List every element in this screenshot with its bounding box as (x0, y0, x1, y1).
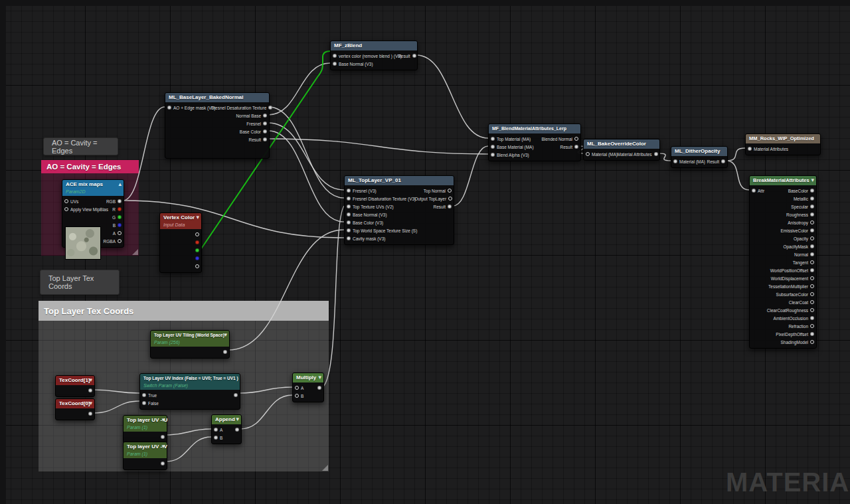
node-header[interactable]: ML_BaseLayer_BakedNormal (165, 93, 269, 102)
node-header[interactable]: Top layer UV - UParam (1)▾ (124, 416, 167, 432)
collapse-caret-icon[interactable]: ▾ (236, 416, 239, 423)
node-ace-mix-maps[interactable]: ACE mix mapsParam2D▴UVsRGBApply View Mip… (62, 179, 124, 248)
pin-in-attr[interactable] (752, 189, 756, 193)
collapse-caret-icon[interactable]: ▾ (161, 416, 165, 424)
pin-in-cavity-mask-v3[interactable] (347, 236, 351, 240)
pin-in-base-material-ma[interactable] (491, 145, 495, 149)
pin-in-ao-edge-mask-v3[interactable] (167, 106, 171, 110)
pin-out[interactable] (161, 462, 165, 465)
node-multiply[interactable]: Multiply▾AB (292, 373, 324, 402)
pin-out[interactable] (223, 350, 227, 354)
pin-out-top-normal[interactable] (448, 189, 452, 193)
pin-out-result[interactable] (448, 205, 452, 209)
pin-out-result[interactable] (574, 145, 578, 149)
pin-out[interactable] (195, 256, 199, 260)
pin-in-uvs[interactable] (64, 199, 68, 203)
pin-in-top-world-space-texture-size-s[interactable] (347, 228, 351, 232)
pin-out-material-attributes[interactable] (654, 152, 658, 156)
pin-in-false[interactable] (142, 401, 146, 405)
node-header[interactable]: ML_BakeOverrideColor (584, 139, 659, 149)
node-vertex-color[interactable]: Vertex ColorInput Data▾ (159, 212, 202, 273)
pin-in-material-attributes[interactable] (748, 147, 752, 151)
pin-out-shadingmodel[interactable] (810, 340, 814, 344)
pin-out[interactable] (195, 248, 199, 252)
node-append[interactable]: Append▾AB (211, 414, 242, 444)
pin-out-metallic[interactable] (810, 197, 814, 201)
collapse-caret-icon[interactable]: ▾ (161, 443, 165, 450)
pin-out[interactable] (234, 393, 238, 397)
pin-in-fresnel-disaturation-texture-v3[interactable] (347, 197, 351, 201)
collapse-caret-icon[interactable]: ▾ (89, 377, 92, 384)
pin-out-normal[interactable] (810, 252, 814, 256)
node-mf-blendmaterialattributes-lerp[interactable]: MF_BlendMaterialAttributes_LerpTop Mater… (488, 124, 581, 161)
collapse-caret-icon[interactable]: ▾ (318, 374, 321, 381)
pin-in-fresnel-v3[interactable] (347, 189, 351, 193)
pin-in-vertex-color-remove-blend-v3[interactable] (333, 54, 337, 58)
pin-out-output-toplayer[interactable] (448, 197, 452, 201)
node-ml-toplayer-vp-01[interactable]: ML_TopLayer_VP_01Fresnel (V3)Top NormalF… (344, 175, 454, 245)
pin-out[interactable] (195, 232, 199, 236)
pin-out-blended-normal[interactable] (574, 137, 578, 141)
node-breakmaterialattributes[interactable]: BreakMaterialAttributes▾AttrBaseColorMet… (749, 175, 817, 349)
pin-out-result[interactable] (412, 54, 416, 58)
pin-in-top-texture-uvs-v2[interactable] (347, 205, 351, 209)
pin-out[interactable] (195, 240, 199, 244)
pin-out-roughness[interactable] (810, 212, 814, 216)
pin-out-anisotropy[interactable] (810, 220, 814, 224)
pin-out-fresnel-desaturation-texture[interactable] (268, 106, 272, 110)
node-top-layer-uv-v[interactable]: Top layer UV - VParam (1)▾ (123, 442, 167, 470)
node-mm-rocks-wip-optimized[interactable]: MM_Rocks_WIP_OptimizedMaterial Attribute… (745, 133, 821, 155)
pin-out[interactable] (88, 388, 92, 392)
node-header[interactable]: MM_Rocks_WIP_Optimized (746, 134, 820, 143)
node-ml-ditheropacity[interactable]: ML_DitherOpacityMaterial (MA)Result (671, 146, 728, 168)
collapse-caret-icon[interactable]: ▾ (811, 177, 814, 184)
collapse-caret-icon[interactable]: ▾ (89, 400, 92, 407)
node-header[interactable]: Top Layer UV Index (False = UV0; True = … (140, 374, 240, 390)
node-header[interactable]: TexCoord[1]▾ (56, 376, 94, 385)
pin-out-specular[interactable] (810, 205, 814, 209)
pin-out-worldpositionoffset[interactable] (810, 268, 814, 272)
pin-out-ambientocclusion[interactable] (810, 316, 814, 320)
node-top-layer-uv-u[interactable]: Top layer UV - UParam (1)▾ (123, 415, 167, 444)
pin-in-base-normal-v3[interactable] (333, 62, 337, 66)
node-top-layer-uv-index[interactable]: Top Layer UV Index (False = UV0; True = … (139, 373, 240, 410)
node-header[interactable]: MF_zBlend (331, 41, 417, 50)
pin-in-top-material-ma[interactable] (491, 137, 495, 141)
node-header[interactable]: Append▾ (212, 415, 241, 424)
pin-out-rgba[interactable] (118, 239, 122, 243)
node-ml-baselayer-bakednormal[interactable]: ML_BaseLayer_BakedNormalAO + Edge mask (… (165, 92, 270, 159)
pin-out[interactable] (235, 428, 239, 432)
pin-out[interactable] (195, 264, 199, 268)
pin-out-refraction[interactable] (810, 324, 814, 328)
node-header[interactable]: ML_TopLayer_VP_01 (345, 176, 454, 185)
graph-canvas[interactable]: MATERIAL AO = Cavity = Edges AO = Cavity… (0, 0, 850, 504)
pin-out-base-color[interactable] (263, 129, 267, 133)
pin-out[interactable] (161, 435, 165, 439)
node-texcoord-1[interactable]: TexCoord[1]▾ (55, 375, 95, 397)
pin-out-worlddisplacement[interactable] (810, 276, 814, 280)
pin-out[interactable] (317, 386, 321, 390)
node-ml-bakeoverridecolor[interactable]: ML_BakeOverrideColorMaterial (MA)Materia… (583, 139, 660, 161)
pin-out-opacitymask[interactable] (810, 244, 814, 248)
pin-out-emissivecolor[interactable] (810, 228, 814, 232)
node-top-layer-uv-tiling[interactable]: Top Layer UV Tiling (World Space)Param (… (150, 330, 230, 359)
pin-in-blend-alpha-v3[interactable] (491, 153, 495, 157)
pin-out-result[interactable] (721, 159, 725, 163)
node-header[interactable]: TexCoord[0]▾ (56, 399, 94, 408)
node-mf-zblend[interactable]: MF_zBlendvertex color (remove blend ) (V… (330, 41, 418, 70)
pin-out-normal-base[interactable] (263, 114, 267, 118)
pin-out-r[interactable] (118, 207, 122, 211)
collapse-caret-icon[interactable]: ▴ (118, 181, 122, 188)
pin-out-fresnel[interactable] (263, 122, 267, 126)
pin-out-pixeldepthoffset[interactable] (810, 332, 814, 336)
pin-in-b[interactable] (214, 436, 218, 440)
node-header[interactable]: Vertex ColorInput Data▾ (160, 213, 201, 229)
pin-in-material-ma[interactable] (673, 159, 677, 163)
node-header[interactable]: MF_BlendMaterialAttributes_Lerp (489, 124, 580, 133)
node-texcoord-0[interactable]: TexCoord[0]▾ (55, 398, 95, 420)
pin-out-tangent[interactable] (810, 260, 814, 264)
node-header[interactable]: ML_DitherOpacity (671, 147, 727, 156)
node-header[interactable]: Top Layer UV Tiling (World Space)Param (… (151, 331, 229, 347)
pin-out-tessellationmultiplier[interactable] (810, 284, 814, 288)
pin-in-a[interactable] (295, 386, 299, 390)
